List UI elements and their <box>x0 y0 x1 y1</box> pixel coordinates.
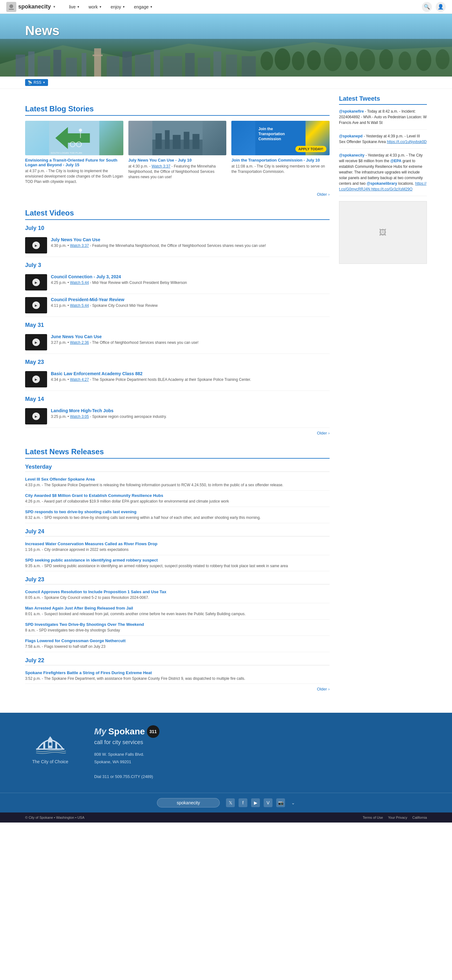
tweet-3: @spokanecity - Yesterday at 4:33 p.m. - … <box>339 153 427 196</box>
footer-nav-input[interactable] <box>157 798 220 807</box>
video-info-1: July News You Can Use 4:30 p.m. • Watch … <box>51 237 330 248</box>
play-icon-1: ▶ <box>32 242 40 249</box>
vimeo-icon[interactable]: V <box>264 799 272 807</box>
video-title-3[interactable]: Council President-Mid-Year Review <box>51 297 124 302</box>
videos-older-arrow: › <box>328 431 330 436</box>
search-button[interactable]: 🔍 <box>422 2 432 12</box>
videos-older-anchor[interactable]: Older › <box>317 431 330 436</box>
news-item-8: SPD Investigates Two Drive-By Shootings … <box>25 620 330 636</box>
news-title-6[interactable]: Council Approves Resolution to Include P… <box>25 589 330 594</box>
svg-rect-42 <box>155 133 162 149</box>
blog-card-2-title[interactable]: July News You Can Use - July 10 <box>128 158 227 162</box>
video-item-3: ▶ Council President-Mid-Year Review 4:11… <box>25 294 330 317</box>
svg-rect-6 <box>38 56 50 76</box>
news-desc-10: 3:52 p.m. - The Spokane Fire Department,… <box>25 676 330 681</box>
nav-engage[interactable]: engage ▼ <box>130 3 157 11</box>
svg-rect-56 <box>49 743 51 746</box>
news-desc-7: 8:01 a.m. - Suspect booked and released … <box>25 611 330 617</box>
news-title-9[interactable]: Flags Lowered for Congressman George Net… <box>25 638 330 643</box>
video-thumb-5[interactable]: ▶ <box>25 371 47 387</box>
tweet-handle-1[interactable]: @spokanefire <box>339 109 364 113</box>
blog-card-1-title[interactable]: Envisioning a Transit-Oriented Future fo… <box>25 158 123 167</box>
nav-enjoy[interactable]: enjoy ▼ <box>107 3 129 11</box>
nav-live[interactable]: live ▼ <box>65 3 83 11</box>
video-item-2: ▶ Council Connection - July 3, 2024 4:25… <box>25 271 330 294</box>
news-item-9: Flags Lowered for Congressman George Net… <box>25 636 330 652</box>
instagram-icon[interactable]: 📷 <box>276 799 285 807</box>
news-older-link[interactable]: Older › <box>25 684 330 694</box>
video-thumb-2[interactable]: ▶ <box>25 274 47 291</box>
terms-link[interactable]: Terms of Use <box>363 816 383 819</box>
play-icon-2: ▶ <box>32 278 40 286</box>
videos-older-link[interactable]: Older › <box>25 428 330 438</box>
video-watch-2[interactable]: Watch 5:44 <box>70 280 89 285</box>
youtube-icon[interactable]: ▶ <box>251 799 260 807</box>
tweet-link-2[interactable]: https://t.co/1uNyvbsk0D <box>387 140 427 144</box>
news-title-5[interactable]: SPD seeking public assistance in identif… <box>25 558 330 562</box>
video-watch-3[interactable]: Watch 5:44 <box>70 303 89 308</box>
svg-marker-55 <box>48 736 53 740</box>
news-title-3[interactable]: SPD responds to two drive-by shooting ca… <box>25 509 330 514</box>
news-title-7[interactable]: Man Arrested Again Just After Being Rele… <box>25 606 330 611</box>
video-watch-6[interactable]: Watch 3:05 <box>70 414 89 419</box>
news-date-july22: July 22 <box>25 657 330 665</box>
video-thumb-3[interactable]: ▶ <box>25 297 47 313</box>
blog-older-anchor[interactable]: Older › <box>317 192 330 197</box>
video-item-4: ▶ June News You Can Use 3:27 p.m. • Watc… <box>25 331 330 354</box>
bottom-bar: © City of Spokane • Washington • USA Ter… <box>0 813 452 822</box>
news-title-8[interactable]: SPD Investigates Two Drive-By Shootings … <box>25 622 330 627</box>
news-older-anchor[interactable]: Older › <box>317 687 330 691</box>
news-title-1[interactable]: Level III Sex Offender Spokane Area <box>25 477 330 482</box>
video-title-2[interactable]: Council Connection - July 3, 2024 <box>51 274 121 279</box>
svg-point-0 <box>10 5 13 8</box>
svg-rect-12 <box>107 56 119 76</box>
tweet-handle-2[interactable]: @spokanepd <box>339 134 363 138</box>
blog-img-2 <box>128 121 227 155</box>
blog-card-2: July News You Can Use - July 10 at 4:30 … <box>128 121 227 184</box>
svg-point-25 <box>307 50 321 70</box>
footer-expand-icon[interactable]: ⌄ <box>291 800 295 805</box>
video-thumb-4[interactable]: ▶ <box>25 334 47 350</box>
video-title-1[interactable]: July News You Can Use <box>51 237 100 242</box>
news-title-4[interactable]: Increased Water Conservation Measures Ca… <box>25 541 330 546</box>
footer-311-section: My Spokane 311 call for city services 80… <box>94 725 427 780</box>
video-watch-1[interactable]: Watch 3:37 <box>70 243 89 248</box>
tweet-epa: @EPA <box>390 159 401 163</box>
video-title-4[interactable]: June News You Can Use <box>51 334 102 339</box>
news-date-july24: July 24 <box>25 528 330 536</box>
video-meta-4: 3:27 p.m. • Watch 2:36 - The Office of N… <box>51 340 330 345</box>
news-desc-8: 8 a.m. - SPD investigates two drive-by s… <box>25 628 330 633</box>
site-logo[interactable]: spokanecity ▼ <box>6 2 56 12</box>
rss-button[interactable]: 📡 RSS ▼ <box>25 79 48 86</box>
blog-older-link[interactable]: Older › <box>25 189 330 199</box>
main-content: Latest Blog Stories <box>0 89 452 700</box>
tweet-handle-3[interactable]: @spokanecity <box>339 153 364 158</box>
news-desc-4: 1:16 p.m. - City ordinance approved in 2… <box>25 547 330 552</box>
facebook-icon[interactable]: f <box>238 799 248 807</box>
video-thumb-1[interactable]: ▶ <box>25 237 47 253</box>
play-icon-3: ▶ <box>32 301 40 309</box>
privacy-link[interactable]: Your Privacy <box>388 816 407 819</box>
user-button[interactable]: 👤 <box>436 2 446 12</box>
logo-dropdown-arrow[interactable]: ▼ <box>53 5 56 8</box>
video-thumb-6[interactable]: ▶ <box>25 408 47 425</box>
sidebar-image: 🖼 <box>339 201 427 264</box>
video-title-6[interactable]: Landing More High-Tech Jobs <box>51 408 113 413</box>
apply-button[interactable]: APPLY TODAY! <box>295 146 326 152</box>
content-left: Latest Blog Stories <box>25 95 330 694</box>
twitter-icon[interactable]: 𝕏 <box>226 799 235 807</box>
my-text: My <box>94 727 106 737</box>
california-link[interactable]: California <box>412 816 427 819</box>
blog-card-2-watch[interactable]: Watch 3:37 <box>152 164 171 169</box>
header: spokanecity ▼ live ▼ work ▼ enjoy ▼ enga… <box>0 0 452 14</box>
news-title-10[interactable]: Spokane Firefighters Battle a String of … <box>25 670 330 675</box>
play-icon-5: ▶ <box>32 375 40 383</box>
blog-card-3-title[interactable]: Join the Transportation Commission - Jul… <box>232 158 330 162</box>
nav-work[interactable]: work ▼ <box>85 3 105 11</box>
video-title-5[interactable]: Basic Law Enforcement Academy Class 882 <box>51 371 142 376</box>
nav-enjoy-arrow: ▼ <box>122 5 125 8</box>
news-title-2[interactable]: City Awarded $8 Million Grant to Establi… <box>25 493 330 498</box>
video-watch-4[interactable]: Watch 2:36 <box>70 340 89 345</box>
tweet-link-3b[interactable]: https://t.co/Gr3zXsM29O <box>371 187 412 191</box>
video-watch-5[interactable]: Watch 4:27 <box>70 377 89 382</box>
